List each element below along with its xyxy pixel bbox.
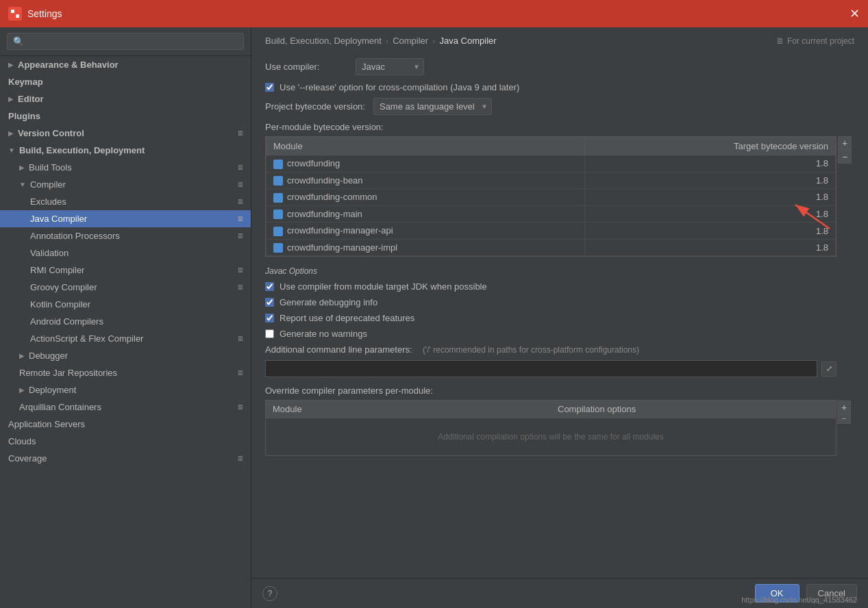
- content-area: Build, Execution, Deployment › Compiler …: [251, 27, 868, 608]
- search-box: [0, 27, 251, 56]
- sidebar-item-label: Build Tools: [29, 162, 72, 173]
- sidebar-item-label: Version Control: [18, 128, 84, 138]
- search-input[interactable]: [7, 33, 244, 50]
- sidebar-item-arquillian[interactable]: Arquillian Containers 🗏: [0, 398, 251, 416]
- table-row: crowdfunding 1.8: [266, 155, 836, 173]
- table-minus-button[interactable]: −: [838, 150, 852, 164]
- sidebar-item-label: Appearance & Behavior: [18, 60, 119, 70]
- sidebar-item-actionscript[interactable]: ActionScript & Flex Compiler 🗏: [0, 330, 251, 347]
- sidebar-item-label: Debugger: [29, 351, 68, 361]
- page-icon: 🗏: [237, 129, 244, 137]
- sidebar-item-label: Compiler: [30, 179, 66, 190]
- use-compiler-module-row: Use compiler from module target JDK when…: [265, 281, 854, 292]
- generate-debug-checkbox[interactable]: [265, 298, 274, 307]
- override-minus-button[interactable]: −: [837, 414, 851, 424]
- sidebar-item-label: Build, Execution, Deployment: [19, 145, 145, 155]
- additional-params-row: Additional command line parameters: ('/'…: [265, 344, 854, 355]
- page-icon: 🗏: [237, 455, 244, 462]
- generate-no-warnings-label: Generate no warnings: [280, 329, 367, 339]
- breadcrumb-sep-1: ›: [386, 36, 388, 46]
- close-button[interactable]: ✕: [850, 6, 860, 21]
- bytecode-select-wrapper: Same as language level 8 11 ▼: [373, 98, 492, 115]
- app-icon: [8, 7, 22, 21]
- sidebar-item-label: Kotlin Compiler: [30, 299, 90, 309]
- additional-params-label: Additional command line parameters:: [265, 344, 416, 355]
- sidebar-item-appearance[interactable]: ▶ Appearance & Behavior: [0, 56, 251, 73]
- additional-params-hint: ('/' recommended in paths for cross-plat…: [423, 345, 639, 355]
- page-icon: 🗏: [237, 283, 244, 291]
- report-deprecated-row: Report use of deprecated features: [265, 313, 854, 323]
- override-table-wrapper: Module Compilation options Additional co…: [265, 400, 836, 456]
- sidebar-item-editor[interactable]: ▶ Editor: [0, 90, 251, 107]
- bottom-left: ?: [262, 586, 277, 601]
- sidebar-item-label: Coverage: [8, 453, 47, 464]
- sidebar-item-coverage[interactable]: Coverage 🗏: [0, 450, 251, 467]
- help-button[interactable]: ?: [262, 586, 277, 601]
- sidebar-item-android-compilers[interactable]: Android Compilers: [0, 313, 251, 330]
- sidebar-item-keymap[interactable]: Keymap: [0, 73, 251, 90]
- release-option-row: Use '--release' option for cross-compila…: [265, 82, 854, 92]
- page-icon: 🗏: [237, 369, 244, 377]
- main-layout: ▶ Appearance & Behavior Keymap ▶ Editor …: [0, 27, 868, 608]
- module-version: 1.8: [585, 189, 836, 206]
- table-row: crowdfunding-bean 1.8: [266, 172, 836, 189]
- module-version: 1.8: [585, 223, 836, 240]
- sidebar-item-build-tools[interactable]: ▶ Build Tools 🗏: [0, 159, 251, 176]
- report-deprecated-checkbox[interactable]: [265, 314, 274, 322]
- bytecode-select[interactable]: Same as language level 8 11: [373, 98, 492, 115]
- table-row: crowdfunding-manager-impl 1.8: [266, 239, 836, 256]
- override-module-header: Module: [266, 401, 551, 418]
- sidebar-item-validation[interactable]: Validation: [0, 244, 251, 262]
- module-name: crowdfunding-bean: [266, 172, 585, 189]
- sidebar-item-build-execution[interactable]: ▼ Build, Execution, Deployment: [0, 142, 251, 159]
- use-compiler-label: Use compiler:: [265, 62, 347, 72]
- override-add-button[interactable]: +: [837, 401, 851, 414]
- sidebar-item-annotation-processors[interactable]: Annotation Processors 🗏: [0, 227, 251, 244]
- cmd-input[interactable]: [265, 360, 817, 377]
- sidebar-item-label: Groovy Compiler: [30, 282, 97, 292]
- breadcrumb: Build, Execution, Deployment › Compiler …: [251, 27, 868, 51]
- sidebar-item-groovy-compiler[interactable]: Groovy Compiler 🗏: [0, 279, 251, 296]
- bottom-bar: ? OK Cancel https://blog.csdn.net/qq_415…: [251, 578, 868, 608]
- override-options-header: Compilation options: [551, 401, 836, 418]
- sidebar-item-compiler[interactable]: ▼ Compiler 🗏: [0, 176, 251, 193]
- sidebar-item-excludes[interactable]: Excludes 🗏: [0, 193, 251, 210]
- override-title: Override compiler parameters per-module:: [265, 385, 836, 396]
- page-icon: 🗏: [237, 181, 244, 188]
- sidebar-item-debugger[interactable]: ▶ Debugger: [0, 347, 251, 364]
- for-current-project: 🗎 For current project: [776, 36, 854, 46]
- svg-rect-3: [16, 14, 19, 18]
- module-version: 1.8: [585, 239, 836, 256]
- sidebar-item-java-compiler[interactable]: Java Compiler 🗏: [0, 210, 251, 227]
- sidebar-item-label: Keymap: [8, 77, 43, 87]
- sidebar-item-version-control[interactable]: ▶ Version Control 🗏: [0, 125, 251, 142]
- sidebar-item-remote-jar[interactable]: Remote Jar Repositories 🗏: [0, 364, 251, 381]
- sidebar-item-clouds[interactable]: Clouds: [0, 433, 251, 450]
- expand-button[interactable]: ⤢: [821, 362, 836, 377]
- generate-debug-row: Generate debugging info: [265, 297, 854, 307]
- expand-icon: ▶: [8, 95, 14, 103]
- breadcrumb-sep-2: ›: [432, 36, 435, 46]
- expand-icon: ▶: [8, 61, 14, 68]
- content-body: Use compiler: Javac Eclipse ▼ Use '--rel…: [251, 51, 868, 578]
- sidebar-item-kotlin-compiler[interactable]: Kotlin Compiler: [0, 296, 251, 313]
- module-table-scroll: Module Target bytecode version crowdfund…: [265, 136, 836, 257]
- sidebar-item-label: Android Compilers: [30, 316, 103, 327]
- sidebar-item-deployment[interactable]: ▶ Deployment: [0, 381, 251, 398]
- sidebar-item-app-servers[interactable]: Application Servers: [0, 416, 251, 433]
- svg-rect-1: [16, 10, 19, 13]
- release-checkbox[interactable]: [265, 83, 274, 92]
- sidebar-item-rmi-compiler[interactable]: RMI Compiler 🗏: [0, 262, 251, 279]
- sidebar-item-label: Clouds: [8, 436, 36, 446]
- module-version: 1.8: [585, 172, 836, 189]
- sidebar-item-plugins[interactable]: Plugins: [0, 107, 251, 125]
- page-icon: 🗏: [237, 164, 244, 171]
- compiler-select[interactable]: Javac Eclipse: [356, 58, 424, 75]
- table-add-button[interactable]: +: [838, 136, 852, 150]
- use-compiler-module-checkbox[interactable]: [265, 282, 274, 291]
- page-icon: 🗏: [237, 215, 244, 223]
- generate-no-warnings-checkbox[interactable]: [265, 329, 274, 338]
- use-compiler-row: Use compiler: Javac Eclipse ▼: [265, 58, 854, 75]
- sidebar-item-label: ActionScript & Flex Compiler: [30, 333, 143, 344]
- module-version: 1.8: [585, 205, 836, 223]
